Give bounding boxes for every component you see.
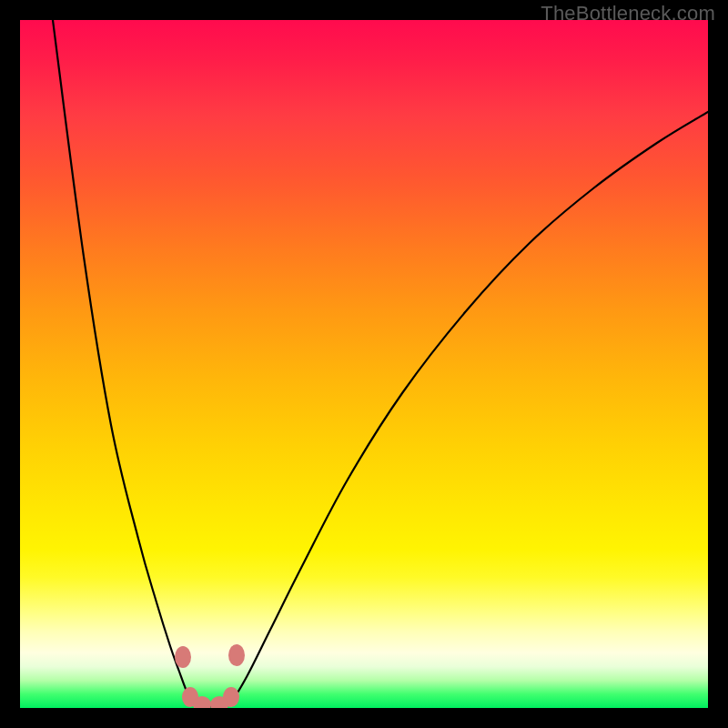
curve-marker (182, 687, 198, 707)
marker-group (175, 644, 245, 708)
curve-marker (228, 644, 245, 666)
curve-marker (193, 696, 211, 708)
curve-marker (175, 646, 191, 668)
chart-plot-area (20, 20, 708, 708)
curve-marker (210, 696, 228, 708)
bottleneck-curve (53, 20, 708, 706)
curve-marker (223, 687, 239, 707)
curve-svg (20, 20, 708, 708)
